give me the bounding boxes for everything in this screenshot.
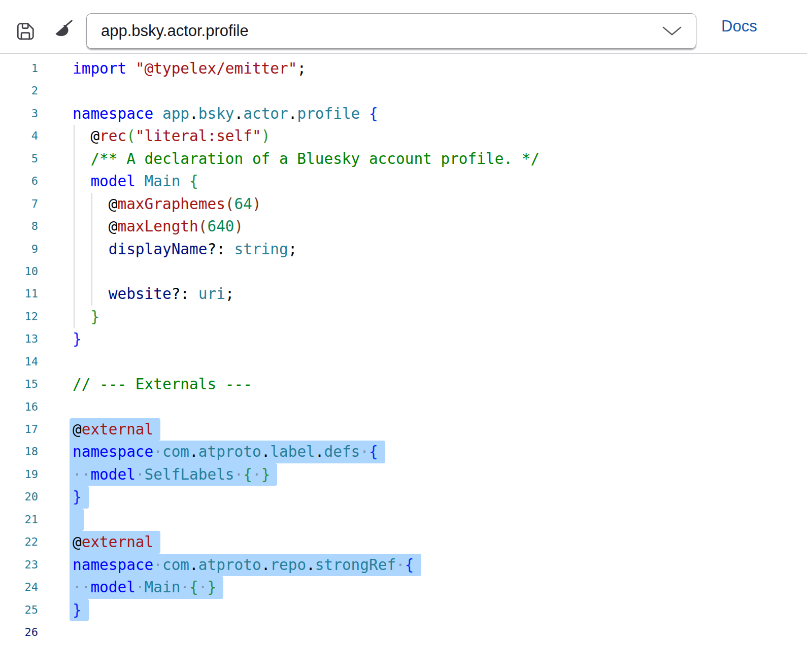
code-token: strongRef — [315, 556, 396, 574]
code-line-content[interactable]: namespace·com.atproto.repo.strongRef·{ — [73, 554, 807, 576]
code-token: com — [162, 443, 189, 460]
line-number[interactable]: 2 — [0, 80, 38, 102]
code-line-content[interactable]: } — [73, 599, 807, 621]
code-line-content[interactable]: @maxGraphemes(64) — [73, 193, 807, 215]
code-line-content[interactable]: // --- Externals --- — [73, 373, 807, 395]
code-line-content[interactable]: @maxLength(640) — [73, 215, 807, 238]
indent-guide — [74, 193, 75, 215]
code-line-content[interactable] — [73, 621, 807, 644]
line-number[interactable]: 9 — [0, 238, 38, 260]
code-token — [360, 105, 369, 122]
code-line-content[interactable]: } — [73, 306, 807, 328]
code-token: { — [243, 466, 252, 483]
code-token: "@typelex/emitter" — [136, 60, 297, 77]
indent-guide — [91, 238, 92, 260]
line-number[interactable]: 4 — [0, 125, 38, 147]
code-token: string — [234, 241, 288, 258]
code-token: namespace — [73, 105, 153, 122]
line-number[interactable]: 14 — [0, 351, 38, 373]
code-token: atproto — [198, 443, 261, 460]
code-token — [153, 105, 162, 122]
line-number[interactable]: 16 — [0, 396, 38, 418]
code-token: ) — [252, 195, 261, 213]
line-number[interactable]: 21 — [0, 509, 38, 531]
code-line-content[interactable]: @rec("literal:self") — [73, 125, 807, 147]
selection-highlight: } — [70, 599, 89, 621]
code-token: } — [261, 466, 271, 483]
line-number[interactable]: 6 — [0, 170, 38, 192]
code-line-content[interactable]: import "@typelex/emitter"; — [73, 57, 807, 80]
code-line: 20} — [0, 486, 807, 508]
code-token: displayName — [109, 241, 208, 258]
code-line-content[interactable]: } — [73, 486, 807, 508]
code-line: 14 — [0, 351, 807, 373]
line-number[interactable]: 10 — [0, 260, 38, 283]
code-token: { — [189, 173, 198, 190]
code-line-content[interactable]: /** A declaration of a Bluesky account p… — [73, 148, 807, 170]
toolbar: app.bsky.actor.profile Docs — [0, 0, 807, 54]
line-number[interactable]: 8 — [0, 215, 38, 238]
line-number[interactable]: 1 — [0, 57, 38, 80]
line-number[interactable]: 24 — [0, 576, 38, 598]
file-selector[interactable]: app.bsky.actor.profile — [86, 13, 696, 49]
code-token: 64 — [234, 195, 252, 213]
code-line-content[interactable] — [73, 396, 807, 418]
code-line-content[interactable] — [73, 351, 807, 373]
file-selector-value: app.bsky.actor.profile — [101, 22, 661, 40]
indent-guide — [74, 260, 75, 283]
code-token: . — [261, 443, 271, 460]
code-token: · — [136, 579, 145, 596]
docs-link[interactable]: Docs — [721, 0, 757, 53]
line-number[interactable]: 15 — [0, 373, 38, 395]
selection-highlight — [70, 509, 84, 531]
code-line: 12 } — [0, 306, 807, 328]
line-number[interactable]: 19 — [0, 463, 38, 486]
code-line-content[interactable]: website?: uri; — [73, 283, 807, 305]
code-line-content[interactable]: } — [73, 328, 807, 350]
code-token: ) — [234, 218, 244, 235]
line-number[interactable]: 12 — [0, 306, 38, 328]
line-number[interactable]: 25 — [0, 599, 38, 621]
code-token: ( — [198, 218, 208, 235]
code-line-content[interactable]: displayName?: string; — [73, 238, 807, 260]
line-number[interactable]: 3 — [0, 103, 38, 125]
code-token — [73, 127, 90, 145]
line-number[interactable]: 17 — [0, 418, 38, 441]
code-token: · — [252, 466, 261, 483]
line-number[interactable]: 22 — [0, 531, 38, 553]
indent-guide — [74, 283, 75, 305]
format-button[interactable] — [51, 18, 74, 42]
code-token: SelfLabels — [145, 466, 234, 483]
code-line-content[interactable]: namespace·com.atproto.label.defs·{ — [73, 441, 807, 463]
line-number[interactable]: 26 — [0, 621, 38, 644]
line-number[interactable]: 18 — [0, 441, 38, 463]
line-number[interactable]: 23 — [0, 554, 38, 576]
code-line-content[interactable]: model Main { — [73, 170, 807, 192]
code-token: app — [162, 105, 189, 122]
line-number[interactable]: 13 — [0, 328, 38, 350]
code-line-content[interactable]: @external — [73, 531, 807, 553]
code-line-content[interactable]: ··model·SelfLabels·{·} — [73, 463, 807, 486]
code-token: model — [90, 466, 135, 483]
save-button[interactable] — [16, 22, 35, 41]
code-line: 25} — [0, 599, 807, 621]
code-token: 640 — [207, 218, 234, 235]
indent-guide — [91, 215, 92, 238]
code-token: . — [189, 105, 198, 122]
line-number[interactable]: 7 — [0, 193, 38, 215]
editor[interactable]: 1import "@typelex/emitter";23namespace a… — [0, 54, 807, 644]
code-line-content[interactable] — [73, 509, 807, 531]
line-number[interactable]: 20 — [0, 486, 38, 508]
code-token: } — [73, 330, 82, 348]
code-line-content[interactable]: ··model·Main·{·} — [73, 576, 807, 598]
code-token: . — [288, 105, 297, 122]
code-line-content[interactable] — [73, 80, 807, 102]
line-number[interactable]: 5 — [0, 148, 38, 170]
code-line-content[interactable]: @external — [73, 418, 807, 441]
code-token: ( — [225, 195, 234, 213]
code-line-content[interactable]: namespace app.bsky.actor.profile { — [73, 103, 807, 125]
code-token: · — [180, 579, 189, 596]
line-number[interactable]: 11 — [0, 283, 38, 305]
code-line-content[interactable] — [73, 260, 807, 283]
code-token: // --- Externals --- — [73, 376, 252, 393]
